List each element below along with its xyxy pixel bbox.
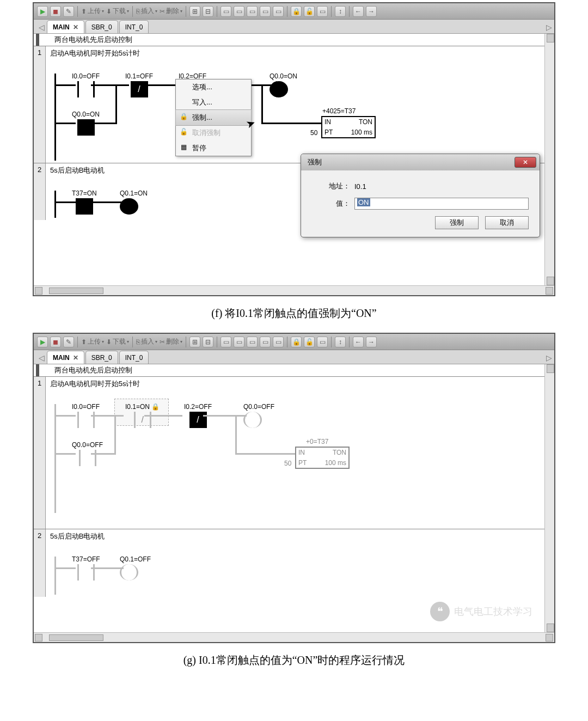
coil-q00[interactable]: Q0.0=OFF [243, 403, 274, 428]
contact-i00[interactable]: I0.0=OFF [72, 403, 100, 430]
t6[interactable]: ▭ [260, 6, 271, 17]
toolbar: ▶ ◼ ✎ ⬆上传▾ ⬇下载▾ ⎘插入▾ ✂删除▾ ⊞ ⊟ ▭ ▭ ▭ ▭ ▭ … [34, 3, 554, 20]
coil-q01[interactable]: Q0.1=OFF [120, 555, 151, 581]
delete-button[interactable]: ✂删除▾ [160, 7, 182, 16]
context-menu: 选项... 写入... 🔒强制... 🔓取消强制 ▦暂停 [175, 79, 252, 156]
tool-button[interactable]: ✎ [63, 6, 74, 17]
contact-i00[interactable]: I0.0=OFF [72, 72, 100, 100]
tb[interactable]: → [366, 337, 377, 347]
download-button[interactable]: ⬇下载▾ [106, 7, 129, 16]
coil-q01[interactable]: Q0.1=ON [120, 190, 148, 215]
contact-i01[interactable]: I0.1=OFF / [125, 72, 153, 100]
lock-button[interactable]: 🔒 [291, 6, 302, 17]
run-button[interactable]: ▶ [37, 6, 48, 17]
contact-q00[interactable]: Q0.0=ON [72, 111, 100, 138]
stop-button[interactable]: ◼ [50, 6, 61, 17]
t4[interactable]: ▭ [234, 6, 244, 17]
tb[interactable]: → [366, 6, 377, 17]
tab-next[interactable]: ▷ [543, 21, 554, 33]
toggle2-button[interactable]: ⊟ [203, 6, 213, 17]
unlock-button[interactable]: 🔓 [304, 6, 315, 17]
close-icon[interactable]: ✕ [73, 354, 78, 362]
t7[interactable]: ▭ [273, 6, 284, 17]
network-2: 2 5s后启动B电动机 T37=OFF Q0.1=OFF [34, 529, 554, 597]
unlock-button[interactable]: 🔓 [304, 337, 315, 347]
network-number: 2 [34, 529, 46, 597]
dialog-close-button[interactable]: ✕ [514, 157, 536, 168]
tab-prev[interactable]: ◁ [36, 352, 47, 364]
timer-t37[interactable]: INTON PT100 ms [321, 116, 376, 138]
tab-int0[interactable]: INT_0 [119, 351, 149, 364]
timer-value: +0=T37 [306, 438, 328, 445]
ctx-options[interactable]: 选项... [176, 80, 251, 95]
upload-button[interactable]: ⬆上传▾ [81, 337, 104, 346]
ladder-editor[interactable]: 两台电动机先后启动控制 1 启动A电动机同时开始5s计时 I0.0=OFF I0… [34, 34, 554, 285]
t4[interactable]: ▭ [234, 337, 244, 347]
upload-button[interactable]: ⬆上传▾ [81, 7, 104, 16]
horizontal-scrollbar[interactable] [34, 632, 554, 642]
insert-button[interactable]: ⎘插入▾ [136, 7, 157, 16]
addr-value: I0.1 [354, 182, 366, 191]
caption-f: (f) 将I0.1常闭触点的值强制为“ON” [0, 298, 588, 331]
tool-button[interactable]: ✎ [63, 337, 74, 347]
t6[interactable]: ▭ [260, 337, 271, 347]
ctx-pause[interactable]: ▦暂停 [176, 140, 251, 156]
ta[interactable]: ← [353, 6, 364, 17]
toggle1-button[interactable]: ⊞ [189, 337, 200, 347]
tab-main[interactable]: MAIN✕ [47, 351, 84, 364]
t9[interactable]: ↕ [335, 6, 346, 17]
panel-g: ▶ ◼ ✎ ⬆上传▾ ⬇下载▾ ⎘插入▾ ✂删除▾ ⊞ ⊟ ▭ ▭ ▭ ▭ ▭ … [33, 333, 555, 643]
run-button[interactable]: ▶ [37, 337, 48, 347]
stop-button[interactable]: ◼ [50, 337, 61, 347]
network-number: 1 [34, 46, 46, 163]
pause-icon: ▦ [179, 143, 188, 151]
value-input[interactable]: ON [354, 198, 529, 210]
tab-prev[interactable]: ◁ [36, 21, 47, 33]
lock-icon: 🔒 [151, 403, 160, 411]
ta[interactable]: ← [353, 337, 364, 347]
timer-t37[interactable]: INTON PT100 ms [295, 447, 350, 469]
cancel-button[interactable]: 取消 [485, 216, 529, 229]
contact-i01[interactable]: I0.1=ON 🔒 / [125, 403, 160, 430]
panel-f: ▶ ◼ ✎ ⬆上传▾ ⬇下载▾ ⎘插入▾ ✂删除▾ ⊞ ⊟ ▭ ▭ ▭ ▭ ▭ … [33, 2, 555, 296]
tab-sbr0[interactable]: SBR_0 [85, 20, 118, 33]
tab-main[interactable]: MAIN✕ [47, 20, 84, 33]
program-title: 两台电动机先后启动控制 [36, 34, 554, 46]
coil-q00[interactable]: Q0.0=ON [270, 72, 297, 97]
close-icon[interactable]: ✕ [73, 23, 78, 31]
wechat-icon: ❝ [430, 602, 450, 621]
download-button[interactable]: ⬇下载▾ [106, 337, 129, 346]
tab-int0[interactable]: INT_0 [119, 20, 149, 33]
force-button[interactable]: 强制 [435, 216, 479, 229]
t9[interactable]: ↕ [335, 337, 346, 347]
t3[interactable]: ▭ [220, 6, 231, 17]
tab-bar: ◁ MAIN✕ SBR_0 INT_0 ▷ [34, 350, 554, 364]
t7[interactable]: ▭ [273, 337, 284, 347]
contact-t37[interactable]: T37=OFF [72, 555, 100, 583]
t8[interactable]: ▭ [317, 337, 328, 347]
t3[interactable]: ▭ [220, 337, 231, 347]
network-number: 2 [34, 163, 46, 220]
toggle2-button[interactable]: ⊟ [203, 337, 213, 347]
watermark: ❝ 电气电工技术学习 [430, 602, 532, 621]
tab-next[interactable]: ▷ [543, 352, 554, 364]
toggle1-button[interactable]: ⊞ [189, 6, 200, 17]
ctx-write[interactable]: 写入... [176, 95, 251, 110]
ctx-force[interactable]: 🔒强制... [175, 109, 252, 126]
contact-i02[interactable]: I0.2=OFF / [184, 403, 212, 430]
tab-sbr0[interactable]: SBR_0 [85, 351, 118, 364]
ladder-editor[interactable]: 两台电动机先后启动控制 1 启动A电动机同时开始5s计时 I0.0=OFF I0… [34, 364, 554, 632]
timer-value: +4025=T37 [322, 107, 356, 115]
t5[interactable]: ▭ [247, 6, 258, 17]
t8[interactable]: ▭ [317, 6, 328, 17]
horizontal-scrollbar[interactable] [34, 285, 554, 295]
t5[interactable]: ▭ [247, 337, 258, 347]
insert-button[interactable]: ⎘插入▾ [136, 337, 157, 346]
contact-q00[interactable]: Q0.0=OFF [72, 441, 103, 468]
ctx-unforce[interactable]: 🔓取消强制 [176, 125, 251, 140]
lock-button[interactable]: 🔒 [291, 337, 302, 347]
network-comment: 启动A电动机同时开始5s计时 [50, 379, 550, 389]
dialog-titlebar[interactable]: 强制 ✕ [301, 154, 540, 170]
contact-t37[interactable]: T37=ON [72, 190, 97, 217]
delete-button[interactable]: ✂删除▾ [160, 337, 182, 346]
